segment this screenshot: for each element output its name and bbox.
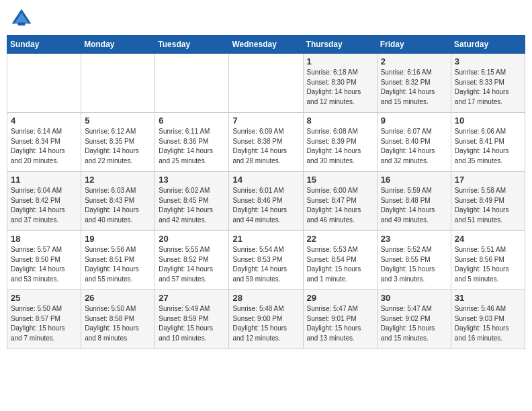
calendar-cell: 17Sunrise: 5:58 AM Sunset: 8:49 PM Dayli… (451, 172, 525, 231)
day-number: 19 (85, 234, 151, 244)
logo (9, 7, 36, 31)
day-number: 14 (232, 175, 299, 185)
cell-content: Sunrise: 6:03 AM Sunset: 8:43 PM Dayligh… (85, 186, 151, 225)
calendar-cell: 25Sunrise: 5:50 AM Sunset: 8:57 PM Dayli… (7, 290, 81, 349)
calendar-cell: 6Sunrise: 6:11 AM Sunset: 8:36 PM Daylig… (155, 113, 229, 172)
cell-content: Sunrise: 5:52 AM Sunset: 8:55 PM Dayligh… (381, 245, 447, 284)
calendar-cell (229, 54, 303, 113)
day-number: 7 (232, 116, 299, 126)
day-number: 30 (381, 293, 447, 303)
svg-rect-2 (18, 22, 26, 26)
calendar-cell (155, 54, 229, 113)
cell-content: Sunrise: 6:16 AM Sunset: 8:32 PM Dayligh… (381, 68, 447, 107)
day-number: 16 (381, 175, 447, 185)
cell-content: Sunrise: 6:06 AM Sunset: 8:41 PM Dayligh… (455, 127, 521, 166)
calendar-cell: 11Sunrise: 6:04 AM Sunset: 8:42 PM Dayli… (7, 172, 81, 231)
calendar-cell: 27Sunrise: 5:49 AM Sunset: 8:59 PM Dayli… (155, 290, 229, 349)
day-number: 26 (85, 293, 151, 303)
calendar-cell: 21Sunrise: 5:54 AM Sunset: 8:53 PM Dayli… (229, 231, 303, 290)
cell-content: Sunrise: 6:08 AM Sunset: 8:39 PM Dayligh… (307, 127, 373, 166)
calendar-week-1: 1Sunrise: 6:18 AM Sunset: 8:30 PM Daylig… (7, 54, 525, 113)
day-number: 9 (381, 116, 447, 126)
calendar-week-2: 4Sunrise: 6:14 AM Sunset: 8:34 PM Daylig… (7, 113, 525, 172)
day-number: 10 (455, 116, 521, 126)
calendar-body: 1Sunrise: 6:18 AM Sunset: 8:30 PM Daylig… (7, 54, 525, 349)
cell-content: Sunrise: 5:47 AM Sunset: 9:01 PM Dayligh… (307, 304, 373, 343)
calendar-cell (81, 54, 155, 113)
calendar-cell: 10Sunrise: 6:06 AM Sunset: 8:41 PM Dayli… (451, 113, 525, 172)
cell-content: Sunrise: 6:04 AM Sunset: 8:42 PM Dayligh… (11, 186, 77, 225)
cell-content: Sunrise: 5:53 AM Sunset: 8:54 PM Dayligh… (307, 245, 373, 284)
weekday-header-wednesday: Wednesday (229, 36, 303, 54)
weekday-header-thursday: Thursday (303, 36, 377, 54)
day-number: 18 (11, 234, 77, 244)
weekday-header-sunday: Sunday (7, 36, 81, 54)
cell-content: Sunrise: 5:55 AM Sunset: 8:52 PM Dayligh… (159, 245, 225, 284)
cell-content: Sunrise: 5:58 AM Sunset: 8:49 PM Dayligh… (455, 186, 521, 225)
cell-content: Sunrise: 6:11 AM Sunset: 8:36 PM Dayligh… (159, 127, 225, 166)
day-number: 31 (455, 293, 521, 303)
cell-content: Sunrise: 6:18 AM Sunset: 8:30 PM Dayligh… (307, 68, 373, 107)
cell-content: Sunrise: 6:00 AM Sunset: 8:47 PM Dayligh… (307, 186, 373, 225)
page-header (7, 7, 525, 31)
day-number: 6 (159, 116, 225, 126)
day-number: 12 (85, 175, 151, 185)
calendar-header: SundayMondayTuesdayWednesdayThursdayFrid… (7, 36, 525, 54)
cell-content: Sunrise: 5:54 AM Sunset: 8:53 PM Dayligh… (232, 245, 299, 284)
calendar-cell: 26Sunrise: 5:50 AM Sunset: 8:58 PM Dayli… (81, 290, 155, 349)
cell-content: Sunrise: 5:48 AM Sunset: 9:00 PM Dayligh… (232, 304, 299, 343)
day-number: 4 (11, 116, 77, 126)
cell-content: Sunrise: 5:59 AM Sunset: 8:48 PM Dayligh… (381, 186, 447, 225)
calendar-table: SundayMondayTuesdayWednesdayThursdayFrid… (7, 35, 525, 349)
calendar-cell: 18Sunrise: 5:57 AM Sunset: 8:50 PM Dayli… (7, 231, 81, 290)
calendar-cell: 29Sunrise: 5:47 AM Sunset: 9:01 PM Dayli… (303, 290, 377, 349)
weekday-header-monday: Monday (81, 36, 155, 54)
day-number: 27 (159, 293, 225, 303)
calendar-cell: 2Sunrise: 6:16 AM Sunset: 8:32 PM Daylig… (377, 54, 451, 113)
calendar-cell: 15Sunrise: 6:00 AM Sunset: 8:47 PM Dayli… (303, 172, 377, 231)
day-number: 15 (307, 175, 373, 185)
calendar-cell: 19Sunrise: 5:56 AM Sunset: 8:51 PM Dayli… (81, 231, 155, 290)
cell-content: Sunrise: 6:14 AM Sunset: 8:34 PM Dayligh… (11, 127, 77, 166)
logo-icon (9, 7, 34, 31)
day-number: 21 (232, 234, 299, 244)
cell-content: Sunrise: 5:50 AM Sunset: 8:57 PM Dayligh… (11, 304, 77, 343)
weekday-header-friday: Friday (377, 36, 451, 54)
calendar-cell: 7Sunrise: 6:09 AM Sunset: 8:38 PM Daylig… (229, 113, 303, 172)
calendar-cell: 12Sunrise: 6:03 AM Sunset: 8:43 PM Dayli… (81, 172, 155, 231)
calendar-cell: 23Sunrise: 5:52 AM Sunset: 8:55 PM Dayli… (377, 231, 451, 290)
cell-content: Sunrise: 6:07 AM Sunset: 8:40 PM Dayligh… (381, 127, 447, 166)
cell-content: Sunrise: 5:57 AM Sunset: 8:50 PM Dayligh… (11, 245, 77, 284)
calendar-cell: 24Sunrise: 5:51 AM Sunset: 8:56 PM Dayli… (451, 231, 525, 290)
calendar-cell: 9Sunrise: 6:07 AM Sunset: 8:40 PM Daylig… (377, 113, 451, 172)
day-number: 24 (455, 234, 521, 244)
day-number: 23 (381, 234, 447, 244)
day-number: 3 (455, 56, 521, 66)
calendar-cell (7, 54, 81, 113)
calendar-cell: 4Sunrise: 6:14 AM Sunset: 8:34 PM Daylig… (7, 113, 81, 172)
calendar-week-3: 11Sunrise: 6:04 AM Sunset: 8:42 PM Dayli… (7, 172, 525, 231)
calendar-cell: 8Sunrise: 6:08 AM Sunset: 8:39 PM Daylig… (303, 113, 377, 172)
calendar-cell: 3Sunrise: 6:15 AM Sunset: 8:33 PM Daylig… (451, 54, 525, 113)
cell-content: Sunrise: 6:15 AM Sunset: 8:33 PM Dayligh… (455, 68, 521, 107)
day-number: 5 (85, 116, 151, 126)
day-number: 13 (159, 175, 225, 185)
cell-content: Sunrise: 6:02 AM Sunset: 8:45 PM Dayligh… (159, 186, 225, 225)
day-number: 20 (159, 234, 225, 244)
calendar-cell: 5Sunrise: 6:12 AM Sunset: 8:35 PM Daylig… (81, 113, 155, 172)
day-number: 29 (307, 293, 373, 303)
cell-content: Sunrise: 5:56 AM Sunset: 8:51 PM Dayligh… (85, 245, 151, 284)
day-number: 17 (455, 175, 521, 185)
day-number: 11 (11, 175, 77, 185)
cell-content: Sunrise: 5:49 AM Sunset: 8:59 PM Dayligh… (159, 304, 225, 343)
cell-content: Sunrise: 5:50 AM Sunset: 8:58 PM Dayligh… (85, 304, 151, 343)
calendar-cell: 30Sunrise: 5:47 AM Sunset: 9:02 PM Dayli… (377, 290, 451, 349)
day-number: 22 (307, 234, 373, 244)
calendar-cell: 22Sunrise: 5:53 AM Sunset: 8:54 PM Dayli… (303, 231, 377, 290)
calendar-cell: 14Sunrise: 6:01 AM Sunset: 8:46 PM Dayli… (229, 172, 303, 231)
calendar-cell: 20Sunrise: 5:55 AM Sunset: 8:52 PM Dayli… (155, 231, 229, 290)
day-number: 25 (11, 293, 77, 303)
calendar-cell: 31Sunrise: 5:46 AM Sunset: 9:03 PM Dayli… (451, 290, 525, 349)
weekday-header-row: SundayMondayTuesdayWednesdayThursdayFrid… (7, 36, 525, 54)
calendar-cell: 1Sunrise: 6:18 AM Sunset: 8:30 PM Daylig… (303, 54, 377, 113)
